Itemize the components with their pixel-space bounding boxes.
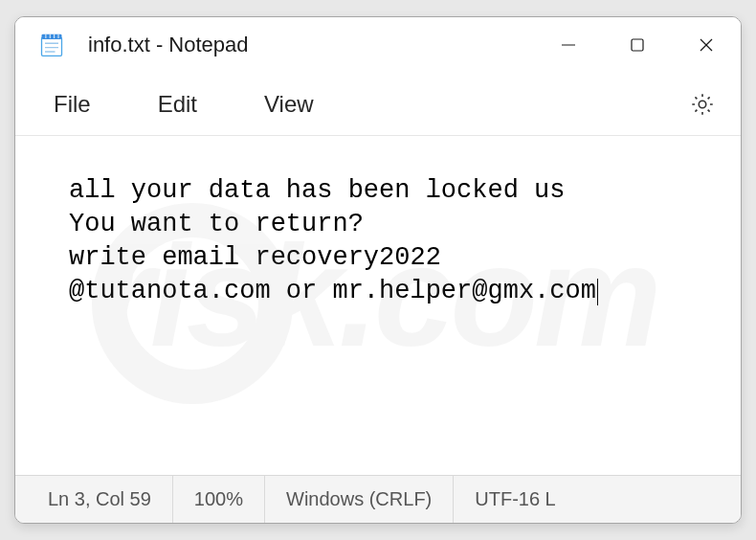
notepad-window: info.txt - Notepad File Edit View <box>14 16 742 524</box>
window-title: info.txt - Notepad <box>88 33 249 57</box>
menubar: File Edit View <box>15 73 741 136</box>
status-zoom[interactable]: 100% <box>173 476 265 523</box>
window-controls <box>534 17 741 73</box>
statusbar: Ln 3, Col 59 100% Windows (CRLF) UTF-16 … <box>15 475 741 523</box>
menu-view[interactable]: View <box>264 91 314 118</box>
editor-area[interactable]: risk.com all your data has been locked u… <box>15 136 741 475</box>
svg-point-13 <box>699 101 705 107</box>
menu-edit[interactable]: Edit <box>158 91 197 118</box>
status-encoding: UTF-16 L <box>454 476 741 523</box>
notepad-icon <box>38 32 65 58</box>
text-caret <box>597 279 598 305</box>
svg-rect-10 <box>632 39 643 51</box>
svg-rect-0 <box>42 37 62 56</box>
status-cursor-position: Ln 3, Col 59 <box>15 476 173 523</box>
editor-text[interactable]: all your data has been locked us You wan… <box>69 174 722 308</box>
menu-file[interactable]: File <box>54 91 91 118</box>
document-text: all your data has been locked us You wan… <box>69 176 596 305</box>
minimize-button[interactable] <box>534 17 603 73</box>
titlebar: info.txt - Notepad <box>15 17 741 73</box>
settings-button[interactable] <box>681 83 723 125</box>
status-line-ending: Windows (CRLF) <box>265 476 454 523</box>
close-button[interactable] <box>672 17 741 73</box>
maximize-button[interactable] <box>603 17 672 73</box>
